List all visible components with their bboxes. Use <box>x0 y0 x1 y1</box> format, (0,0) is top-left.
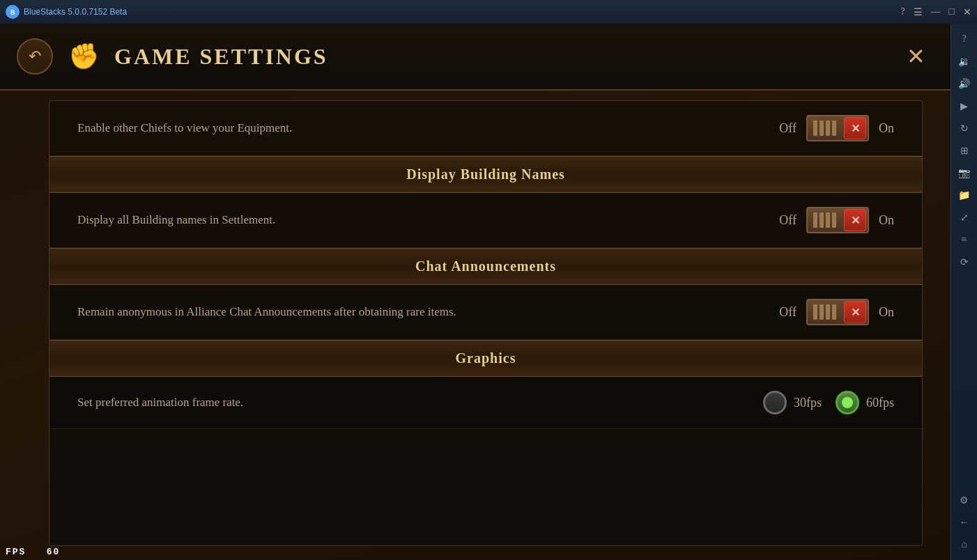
track-line-3 <box>826 120 830 136</box>
track-line-b1 <box>813 212 817 228</box>
fps-60-option[interactable]: 60fps <box>836 391 894 414</box>
close-button[interactable]: ✕ <box>898 38 934 75</box>
track-line-b2 <box>820 212 824 228</box>
chat-announcements-toggle-switch[interactable]: ✕ <box>806 299 869 325</box>
game-area: ↶ ✊ GAME SETTINGS ✕ Enable other Chiefs … <box>0 24 951 560</box>
back-button[interactable]: ↶ <box>17 38 53 75</box>
chat-announcements-setting-row: Remain anonymous in Alliance Chat Announ… <box>49 285 922 340</box>
titlebar-menu-icon[interactable]: ☰ <box>914 6 923 18</box>
titlebar-controls: ? ☰ — □ ✕ <box>900 6 971 18</box>
track-line-b3 <box>826 212 830 228</box>
building-names-toggle-container: Off ✕ On <box>779 207 894 233</box>
sidebar-layers-icon[interactable]: ≡ <box>955 230 974 249</box>
building-names-label: Display all Building names in Settlement… <box>77 212 779 228</box>
titlebar: B BlueStacks 5.0.0.7152 Beta ? ☰ — □ ✕ <box>0 0 977 24</box>
equipment-setting-label: Enable other Chiefs to view your Equipme… <box>77 120 779 137</box>
titlebar-minimize-btn[interactable]: — <box>931 6 941 17</box>
track-line-c2 <box>820 304 824 320</box>
sidebar-rotate-icon[interactable]: ↻ <box>955 118 974 138</box>
equipment-toggle-container: Off ✕ On <box>779 115 894 141</box>
chat-announcements-title: Chat Announcements <box>415 258 556 274</box>
graphics-section-header: Graphics <box>49 340 922 377</box>
titlebar-maximize-btn[interactable]: □ <box>949 6 955 17</box>
fps-value: 60 <box>47 547 61 557</box>
sidebar-video-icon[interactable]: ▶ <box>955 96 974 116</box>
sidebar-help-icon[interactable]: ? <box>955 29 974 49</box>
equipment-on-label: On <box>879 121 894 136</box>
graphics-title: Graphics <box>456 350 516 366</box>
building-names-toggle-switch[interactable]: ✕ <box>806 207 869 233</box>
building-names-on-label: On <box>879 213 894 228</box>
chat-announcements-off-label: Off <box>779 305 797 320</box>
right-sidebar: ? 🔉 🔊 ▶ ↻ ⊞ 📷 📁 ⤢ ≡ ⟳ ⚙ ← ⌂ <box>951 24 977 560</box>
settings-panel: Enable other Chiefs to view your Equipme… <box>49 100 923 546</box>
track-line-4 <box>832 120 836 136</box>
building-names-setting-row: Display all Building names in Settlement… <box>49 193 922 248</box>
fps-60-label: 60fps <box>866 396 894 410</box>
sidebar-refresh-icon[interactable]: ⟳ <box>955 252 974 272</box>
toggle-track-lines-3 <box>808 304 844 320</box>
building-names-title: Display Building Names <box>406 166 565 182</box>
chat-announcements-toggle-container: Off ✕ On <box>779 299 894 325</box>
equipment-off-label: Off <box>779 121 797 136</box>
fps-counter: FPS 60 <box>6 547 60 557</box>
game-header: ↶ ✊ GAME SETTINGS ✕ <box>0 24 951 91</box>
sidebar-camera-icon[interactable]: 📷 <box>955 163 974 182</box>
sidebar-grid-icon[interactable]: ⊞ <box>955 141 974 160</box>
titlebar-close-btn[interactable]: ✕ <box>963 6 971 18</box>
sidebar-volume-down-icon[interactable]: 🔉 <box>955 52 974 71</box>
titlebar-title: BlueStacks 5.0.0.7152 Beta <box>24 7 127 17</box>
sidebar-volume-up-icon[interactable]: 🔊 <box>955 74 974 93</box>
fps-30-option[interactable]: 30fps <box>763 391 822 414</box>
equipment-toggle-switch[interactable]: ✕ <box>806 115 869 141</box>
chat-announcements-on-label: On <box>879 305 894 320</box>
fps-30-radio[interactable] <box>763 391 787 414</box>
frame-rate-label: Set preferred animation frame rate. <box>77 394 763 411</box>
fps-30-label: 30fps <box>794 396 822 410</box>
track-line-c4 <box>832 304 836 320</box>
sidebar-back-icon[interactable]: ← <box>955 513 974 532</box>
toggle-track-lines-2 <box>808 212 844 228</box>
track-line-2 <box>820 120 824 136</box>
titlebar-help-icon[interactable]: ? <box>900 6 905 17</box>
track-line-c1 <box>813 304 817 320</box>
bluestacks-logo: B <box>6 5 20 19</box>
track-line-1 <box>813 120 817 136</box>
fps-60-radio[interactable] <box>836 391 859 414</box>
track-line-b4 <box>832 212 836 228</box>
page-title: GAME SETTINGS <box>114 44 328 70</box>
building-names-section-header: Display Building Names <box>49 156 922 193</box>
chat-announcements-section-header: Chat Announcements <box>49 248 922 285</box>
sidebar-settings-icon[interactable]: ⚙ <box>955 490 974 510</box>
toggle-track-lines <box>808 120 844 136</box>
sidebar-folder-icon[interactable]: 📁 <box>955 185 974 205</box>
toggle-x-indicator: ✕ <box>844 117 866 139</box>
fps-options-row: 30fps 60fps <box>763 391 894 414</box>
sidebar-resize-icon[interactable]: ⤢ <box>955 208 974 227</box>
equipment-setting-row: Enable other Chiefs to view your Equipme… <box>49 101 922 156</box>
toggle-x-indicator-2: ✕ <box>844 209 866 231</box>
graphics-setting-row: Set preferred animation frame rate. 30fp… <box>49 377 922 429</box>
header-fist-icon: ✊ <box>64 37 103 76</box>
fps-label: FPS <box>6 547 26 557</box>
track-line-c3 <box>826 304 830 320</box>
sidebar-home-icon[interactable]: ⌂ <box>955 535 974 554</box>
chat-announcements-label: Remain anonymous in Alliance Chat Announ… <box>77 304 779 320</box>
toggle-x-indicator-3: ✕ <box>844 301 866 323</box>
building-names-off-label: Off <box>779 213 797 228</box>
